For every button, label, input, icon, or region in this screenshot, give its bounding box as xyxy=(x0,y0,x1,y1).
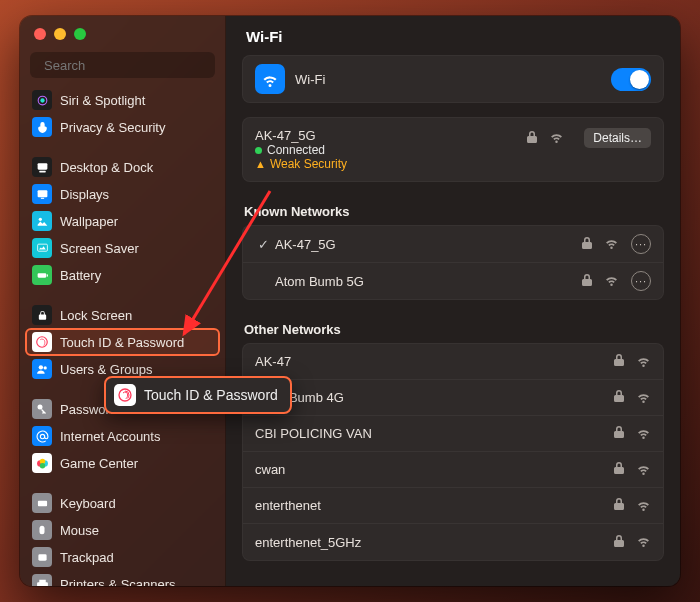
sidebar-item-label: Users & Groups xyxy=(60,362,152,377)
network-right-icons: ··· xyxy=(582,234,651,254)
sidebar-item-wallpaper[interactable]: Wallpaper xyxy=(26,208,219,234)
sidebar-item-battery[interactable]: Battery xyxy=(26,262,219,288)
wifi-toggle-label: Wi-Fi xyxy=(295,72,611,87)
sidebar-item-trackpad[interactable]: Trackpad xyxy=(26,544,219,570)
zoom-icon[interactable] xyxy=(74,28,86,40)
key-icon xyxy=(32,399,52,419)
sidebar-item-label: Privacy & Security xyxy=(60,120,165,135)
network-row[interactable]: cwan xyxy=(243,452,663,488)
page-title: Wi-Fi xyxy=(226,16,680,55)
sidebar-item-label: Internet Accounts xyxy=(60,429,160,444)
sidebar-item-privacy-security[interactable]: Privacy & Security xyxy=(26,114,219,140)
other-networks-list: AK-47Atom Bumb 4GCBI POLICING VANcwanent… xyxy=(242,343,664,561)
sidebar-item-label: Game Center xyxy=(60,456,138,471)
network-row[interactable]: Atom Bumb 5G··· xyxy=(243,263,663,299)
sidebar-item-label: Printers & Scanners xyxy=(60,577,176,587)
battery-icon xyxy=(32,265,52,285)
dock-icon xyxy=(32,157,52,177)
close-icon[interactable] xyxy=(34,28,46,40)
wifi-signal-icon xyxy=(636,353,651,371)
annotation-callout: Touch ID & Password xyxy=(104,376,292,414)
more-button[interactable]: ··· xyxy=(631,271,651,291)
current-network-panel: AK-47_5G Connected ▲Weak Security Detail… xyxy=(242,117,664,182)
sidebar-item-touch-id-password[interactable]: Touch ID & Password xyxy=(26,329,219,355)
network-ssid: CBI POLICING VAN xyxy=(255,426,614,441)
wifi-signal-icon xyxy=(604,235,619,253)
network-ssid: AK-47_5G xyxy=(275,237,582,252)
sidebar-item-lock-screen[interactable]: Lock Screen xyxy=(26,302,219,328)
annotation-label: Touch ID & Password xyxy=(144,387,278,403)
sidebar-item-label: Lock Screen xyxy=(60,308,132,323)
svg-rect-8 xyxy=(37,273,46,277)
touchid-icon xyxy=(114,384,136,406)
current-warning: ▲Weak Security xyxy=(255,157,527,171)
screensaver-icon xyxy=(32,238,52,258)
sidebar-item-siri-spotlight[interactable]: Siri & Spotlight xyxy=(26,87,219,113)
lock-icon xyxy=(527,131,537,146)
search-input[interactable] xyxy=(44,58,212,73)
current-network-row: AK-47_5G Connected ▲Weak Security Detail… xyxy=(243,118,663,181)
network-row[interactable]: CBI POLICING VAN xyxy=(243,416,663,452)
sidebar-item-keyboard[interactable]: Keyboard xyxy=(26,490,219,516)
sidebar-item-label: Touch ID & Password xyxy=(60,335,184,350)
wifi-toggle-panel: Wi-Fi xyxy=(242,55,664,103)
network-ssid: AK-47 xyxy=(255,354,614,369)
svg-point-10 xyxy=(37,337,48,348)
svg-rect-20 xyxy=(40,526,45,534)
lock-icon xyxy=(614,498,624,513)
svg-rect-9 xyxy=(46,274,47,276)
current-status: Connected xyxy=(255,143,527,157)
sidebar-item-game-center[interactable]: Game Center xyxy=(26,450,219,476)
wifi-toggle[interactable] xyxy=(611,68,651,91)
network-ssid: Atom Bumb 5G xyxy=(275,274,582,289)
network-row[interactable]: enterthenet_5GHz xyxy=(243,524,663,560)
svg-rect-2 xyxy=(37,163,47,170)
sidebar-item-printers-scanners[interactable]: Printers & Scanners xyxy=(26,571,219,586)
network-row[interactable]: Atom Bumb 4G xyxy=(243,380,663,416)
sidebar-item-displays[interactable]: Displays xyxy=(26,181,219,207)
users-icon xyxy=(32,359,52,379)
search-field[interactable] xyxy=(30,52,215,78)
sidebar-item-label: Displays xyxy=(60,187,109,202)
network-right-icons: ··· xyxy=(582,271,651,291)
wifi-signal-icon xyxy=(636,461,651,479)
sidebar-item-label: Screen Saver xyxy=(60,241,139,256)
network-row[interactable]: enterthenet xyxy=(243,488,663,524)
game-icon xyxy=(32,453,52,473)
window-controls xyxy=(20,16,225,48)
network-ssid: enterthenet_5GHz xyxy=(255,535,614,550)
svg-rect-19 xyxy=(37,500,46,506)
network-right-icons xyxy=(614,497,651,515)
details-button[interactable]: Details… xyxy=(584,128,651,148)
sidebar-item-desktop-dock[interactable]: Desktop & Dock xyxy=(26,154,219,180)
network-row[interactable]: AK-47 xyxy=(243,344,663,380)
lock-icon xyxy=(614,462,624,477)
more-button[interactable]: ··· xyxy=(631,234,651,254)
mouse-icon xyxy=(32,520,52,540)
checkmark-icon: ✓ xyxy=(255,237,271,252)
svg-point-11 xyxy=(38,365,42,369)
sidebar-item-mouse[interactable]: Mouse xyxy=(26,517,219,543)
network-row[interactable]: ✓AK-47_5G··· xyxy=(243,226,663,263)
minimize-icon[interactable] xyxy=(54,28,66,40)
sidebar-item-internet-accounts[interactable]: Internet Accounts xyxy=(26,423,219,449)
warning-icon: ▲ xyxy=(255,158,266,170)
current-network-actions: Details… xyxy=(527,128,651,148)
lock-icon xyxy=(582,274,592,289)
known-networks-list: ✓AK-47_5G···Atom Bumb 5G··· xyxy=(242,225,664,300)
sidebar-item-label: Mouse xyxy=(60,523,99,538)
sidebar-item-label: Siri & Spotlight xyxy=(60,93,145,108)
printer-icon xyxy=(32,574,52,586)
at-icon xyxy=(32,426,52,446)
sidebar-item-screen-saver[interactable]: Screen Saver xyxy=(26,235,219,261)
svg-rect-21 xyxy=(38,554,46,560)
wifi-signal-icon xyxy=(636,497,651,515)
svg-rect-4 xyxy=(37,190,47,197)
hand-icon xyxy=(32,117,52,137)
other-networks-header: Other Networks xyxy=(226,314,680,343)
system-settings-window: Siri & SpotlightPrivacy & SecurityDeskto… xyxy=(20,16,680,586)
network-ssid: Atom Bumb 4G xyxy=(255,390,614,405)
lock-icon xyxy=(582,237,592,252)
svg-point-18 xyxy=(39,462,44,467)
lock-icon xyxy=(32,305,52,325)
